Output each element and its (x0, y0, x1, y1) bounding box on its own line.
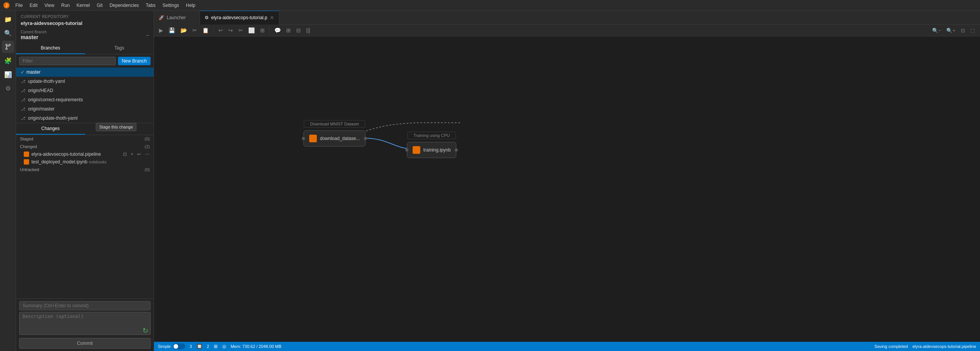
branch-list: ✓ master ⎇ update-thoth-yaml ⎇ origin/HE… (16, 68, 154, 123)
toggle-thumb (174, 344, 178, 349)
file-item-pipeline[interactable]: elyra-aidevsecops-tutorial.pipeline ⊡ + … (16, 150, 154, 158)
rail-table-icon[interactable]: 📊 (2, 68, 14, 81)
new-branch-button[interactable]: New Branch (118, 57, 151, 65)
file-item-notebook[interactable]: test_deployed_model.ipynb notebooks (16, 158, 154, 166)
node-training-port-left[interactable] (405, 148, 408, 152)
branch-icon-5: ⎇ (21, 116, 26, 121)
tab-launcher[interactable]: 🚀 Launcher (154, 11, 200, 25)
menu-git[interactable]: Git (94, 2, 106, 9)
cut-btn[interactable]: ✂ (190, 26, 199, 35)
grid-btn[interactable]: ⊞ (284, 26, 293, 35)
content-area: 🚀 Launcher ⚙ elyra-aidevsecops-tutorial.… (154, 11, 980, 351)
pipeline-connections (154, 36, 980, 342)
tab-history[interactable]: History (85, 123, 154, 135)
zoom-out-btn[interactable]: 🔍− (930, 26, 943, 35)
toggle-track[interactable] (173, 343, 185, 349)
current-branch-name: master (21, 34, 47, 40)
changed-section-header[interactable]: Changed (2) (16, 143, 154, 150)
branch-item-master[interactable]: ✓ master (16, 68, 154, 77)
pipeline-tab-close[interactable]: ✕ (270, 15, 274, 21)
pipeline-canvas[interactable]: Download MNIST Dataset download_datase..… (154, 36, 980, 342)
branch-item-origin-update[interactable]: ⎇ origin/update-thoth-yaml (16, 114, 154, 123)
changes-section: Changes History Staged (0) Changed (2) e… (16, 123, 154, 351)
branch-item-origin-master[interactable]: ⎇ origin/master (16, 104, 154, 114)
rail-git-icon[interactable] (2, 41, 14, 53)
menu-settings[interactable]: Settings (159, 2, 182, 9)
branch-toggle-icon[interactable]: − (146, 32, 149, 38)
minus-btn[interactable]: ⊟ (294, 26, 303, 35)
menu-kernel[interactable]: Kernel (74, 2, 93, 9)
notebook-file-icon (24, 159, 29, 165)
staged-count: (0) (145, 137, 150, 141)
commit-button[interactable]: Commit (19, 338, 151, 349)
rail-search-icon[interactable]: 🔍 (2, 27, 14, 39)
zoom-reset-btn[interactable]: ⬚ (969, 26, 977, 35)
node-download-label: download_datase... (320, 136, 360, 141)
untracked-section-header[interactable]: Untracked (0) (16, 166, 154, 173)
branch-icon-3: ⎇ (21, 97, 26, 102)
stage-btn[interactable]: + (129, 151, 134, 157)
save-btn[interactable]: 💾 (167, 26, 177, 35)
tab-changes[interactable]: Changes (16, 123, 85, 135)
filter-row: New Branch (16, 54, 154, 68)
filter-input[interactable] (19, 57, 116, 65)
menu-run[interactable]: Run (58, 2, 73, 9)
redo-btn[interactable]: ↪ (226, 26, 235, 35)
tab-branches[interactable]: Branches (16, 43, 85, 54)
branch-item-origin-head[interactable]: ⎇ origin/HEAD (16, 86, 154, 95)
undo-btn[interactable]: ↩ (216, 26, 225, 35)
menu-tabs[interactable]: Tabs (143, 2, 159, 9)
menu-bar: J File Edit View Run Kernel Git Dependen… (0, 0, 980, 11)
refresh-icon[interactable]: ↻ (143, 326, 148, 335)
node-download-port-right[interactable] (364, 137, 367, 140)
more-btn[interactable]: ⋯ (144, 151, 151, 157)
summary-input[interactable] (19, 301, 151, 310)
untracked-count: (0) (145, 167, 150, 172)
open-btn[interactable]: 📂 (179, 26, 189, 35)
menu-help[interactable]: Help (183, 2, 198, 9)
rect2-btn[interactable]: ⊞ (258, 26, 267, 35)
svg-point-4 (9, 44, 10, 46)
node-download[interactable]: Download MNIST Dataset download_datase..… (303, 130, 365, 147)
menu-edit[interactable]: Edit (26, 2, 41, 9)
comment-btn[interactable]: 💬 (272, 26, 283, 35)
paste-btn[interactable]: 📋 (200, 26, 211, 35)
branch-item-label: origin/update-thoth-yaml (28, 115, 77, 121)
cut2-btn[interactable]: ✂ (236, 26, 245, 35)
node-training-port-right[interactable] (455, 148, 458, 152)
svg-point-3 (6, 48, 7, 49)
file-name-notebook: test_deployed_model.ipynb (31, 159, 87, 165)
branch-item-origin-correct[interactable]: ⎇ origin/correct-requirements (16, 95, 154, 104)
discard-btn[interactable]: ↩ (136, 151, 142, 157)
commit-area: ↻ Commit (16, 298, 154, 351)
diff-btn[interactable]: ⊡ (122, 151, 128, 157)
run-btn[interactable]: ▶ (157, 26, 165, 35)
zoom-in-btn[interactable]: 🔍+ (944, 26, 957, 35)
zoom-fit-btn[interactable]: ⊡ (959, 26, 967, 35)
mode-label: Simple (158, 344, 171, 349)
rect-btn[interactable]: ⬜ (246, 26, 257, 35)
node-training-label-above: Training using CPU (407, 132, 456, 139)
staged-label: Staged (20, 137, 33, 141)
node-training[interactable]: Training using CPU training.ipynb (407, 142, 456, 158)
status-bar: Simple 3 🔲 2 ⊞ ◎ Mem: 730.62 / 2048.00 M… (154, 342, 980, 351)
current-repo-label: Current Repository (21, 15, 149, 19)
rail-extensions-icon[interactable]: 🧩 (2, 54, 14, 67)
tab-tags[interactable]: Tags (85, 43, 154, 54)
menu-file[interactable]: File (12, 2, 26, 9)
menu-dependencies[interactable]: Dependencies (107, 2, 142, 9)
file-name-pipeline: elyra-aidevsecops-tutorial.pipeline (31, 152, 101, 157)
bars-btn[interactable]: ||| (304, 26, 312, 35)
branch-item-label: origin/correct-requirements (28, 97, 83, 102)
rail-folder-icon[interactable]: 📁 (2, 13, 14, 25)
tab-pipeline[interactable]: ⚙ elyra-aidevsecops-tutorial.p ✕ (200, 11, 279, 25)
staged-section-header[interactable]: Staged (0) (16, 135, 154, 143)
node-download-port-left[interactable] (302, 137, 305, 140)
status-number1: 3 (190, 344, 192, 349)
branch-item-update-thoth[interactable]: ⎇ update-thoth-yaml (16, 77, 154, 86)
description-textarea[interactable] (19, 312, 151, 335)
menu-view[interactable]: View (41, 2, 57, 9)
rail-settings-icon[interactable]: ⚙ (2, 82, 14, 94)
node-download-icon (309, 135, 317, 142)
mode-toggle[interactable]: Simple (158, 343, 185, 349)
